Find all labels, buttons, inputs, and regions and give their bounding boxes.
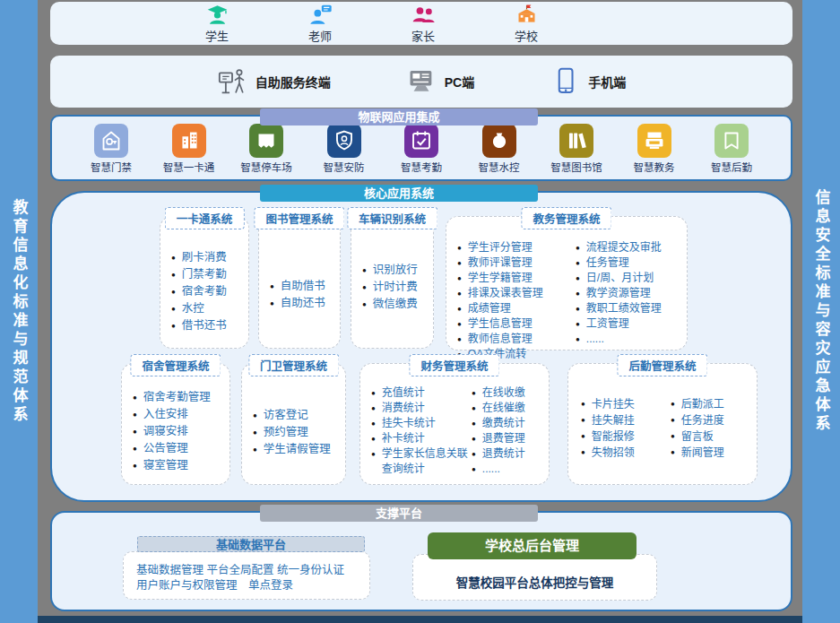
user-label: 老师 xyxy=(292,27,348,44)
attendance-calendar-icon xyxy=(404,124,438,158)
iot-label: 智慧水控 xyxy=(465,160,533,174)
system-item: 访客登记 xyxy=(253,407,342,424)
system-item: 教学资源管理 xyxy=(576,286,662,301)
support-banner: 支撑平台 xyxy=(260,505,538,522)
student-icon xyxy=(205,3,229,27)
system-item: 留言板 xyxy=(671,428,724,445)
academic-device-icon xyxy=(637,124,671,158)
user-label: 学生 xyxy=(189,27,245,44)
iot-label: 智慧门禁 xyxy=(77,160,145,174)
system-item-list: 自助借书自助还书 xyxy=(270,278,336,312)
system-item: 学生家长信息关联查询统计 xyxy=(371,446,472,477)
system-item: 教职工绩效管理 xyxy=(576,301,662,316)
system-item: 在线收缴 xyxy=(472,385,525,401)
iot-label: 智慧一卡通 xyxy=(155,160,223,174)
system-item: 调寝安排 xyxy=(133,423,226,440)
system-item-list: 访客登记预约管理学生请假管理 xyxy=(253,407,342,458)
system-item: 任务管理 xyxy=(576,255,662,271)
base-platform-line: 基础数据管理 平台全局配置 统一身份认证 xyxy=(136,563,369,578)
system-item: 预约管理 xyxy=(253,424,342,441)
system-item: 自助还书 xyxy=(270,295,336,312)
system-item: 后勤派工 xyxy=(671,396,724,412)
system-title: 一卡通系统 xyxy=(165,207,245,229)
iot-label: 智慧考勤 xyxy=(387,160,455,174)
system-item: ...... xyxy=(472,462,525,477)
iot-item-attendance: 智慧考勤 xyxy=(387,124,455,174)
iot-label: 智慧教务 xyxy=(620,160,688,174)
system-item: 入住安排 xyxy=(133,406,226,423)
system-item: 卡片挂失 xyxy=(581,396,671,412)
iot-item-parking: 智慧停车场 xyxy=(232,124,300,174)
system-item: 水控 xyxy=(171,300,245,317)
system-item: 补卡统计 xyxy=(371,431,472,446)
system-item: 借书还书 xyxy=(171,317,245,334)
user-item-parents: 家长 xyxy=(395,3,451,44)
pc-icon xyxy=(406,66,437,97)
one-card-icon xyxy=(172,124,206,158)
system-item: 挂失解挂 xyxy=(581,412,671,428)
terminal-item-kiosk: 自助服务终端 xyxy=(217,66,331,97)
system-item-list: 流程提交及审批任务管理日/周、月计划教学资源管理教职工绩效管理工资管理.....… xyxy=(576,240,662,362)
system-item: 寝室管理 xyxy=(133,457,226,474)
parents-icon xyxy=(411,3,436,27)
system-item: 流程提交及审批 xyxy=(576,240,662,255)
system-item: 学生学籍管理 xyxy=(457,271,576,286)
system-title: 图书管理系统 xyxy=(254,207,344,229)
system-card-dormitory: 宿舍管理系统 宿舍考勤管理入住安排调寝安排公告管理寝室管理 xyxy=(121,363,230,485)
school-icon xyxy=(515,3,539,27)
logistics-flag-icon xyxy=(714,124,749,158)
system-title: 门卫管理系统 xyxy=(248,354,339,376)
iot-banner: 物联网应用集成 xyxy=(260,108,538,125)
kiosk-icon xyxy=(217,66,247,97)
system-item: ...... xyxy=(576,332,662,347)
system-item: 学生评分管理 xyxy=(457,240,576,255)
system-item: 消费统计 xyxy=(371,401,472,416)
iot-item-security: 智慧安防 xyxy=(310,124,378,174)
system-item-list: 刷卡消费门禁考勤宿舍考勤水控借书还书 xyxy=(171,249,245,334)
system-title: 宿舍管理系统 xyxy=(130,354,221,376)
right-rail: 信息安全标准与容灾应急体系 xyxy=(802,0,840,623)
system-card-gatekeeper: 门卫管理系统 访客登记预约管理学生请假管理 xyxy=(241,363,346,485)
user-label: 家长 xyxy=(395,27,451,44)
iot-label: 智慧图书馆 xyxy=(542,160,611,174)
system-item: 排课及课表管理 xyxy=(457,286,576,301)
security-shield-icon xyxy=(327,124,361,158)
iot-item-logistics: 智慧后勤 xyxy=(697,124,766,174)
system-title: 后勤管理系统 xyxy=(617,354,707,376)
system-title: 财务管理系统 xyxy=(409,354,499,376)
system-item: 挂失卡统计 xyxy=(371,416,472,431)
system-item: 门禁考勤 xyxy=(171,266,245,283)
system-item: 任务进度 xyxy=(671,412,724,428)
system-item: 公告管理 xyxy=(133,440,226,457)
system-item: 日/周、月计划 xyxy=(576,271,662,286)
system-item-list: 充值统计消费统计挂失卡统计补卡统计学生家长信息关联查询统计 xyxy=(371,385,472,477)
school-admin-desc: 智慧校园平台总体把控与管理 xyxy=(456,576,614,590)
system-item: 退费统计 xyxy=(472,446,525,462)
system-card-onecard: 一卡通系统 刷卡消费门禁考勤宿舍考勤水控借书还书 xyxy=(160,216,249,349)
water-control-icon xyxy=(482,124,516,158)
system-item-list: 宿舍考勤管理入住安排调寝安排公告管理寝室管理 xyxy=(133,389,226,474)
library-books-icon xyxy=(559,124,593,158)
iot-label: 智慧安防 xyxy=(310,160,378,174)
bottom-strip xyxy=(38,616,802,623)
right-rail-label: 信息安全标准与容灾应急体系 xyxy=(810,189,833,434)
system-card-vehicle: 车辆识别系统 识别放行计时计费微信缴费 xyxy=(351,216,434,349)
system-item: 自助借书 xyxy=(270,278,336,295)
base-platform-line: 用户账户与权限管理 单点登录 xyxy=(136,578,369,593)
system-item: 智能报修 xyxy=(581,428,671,445)
iot-item-one-card: 智慧一卡通 xyxy=(155,124,223,174)
terminal-label: 自助服务终端 xyxy=(255,73,331,91)
system-title: 教务管理系统 xyxy=(521,207,611,229)
terminal-item-pc: PC端 xyxy=(406,66,474,97)
left-rail-label: 教育信息化标准与规范体系 xyxy=(8,199,30,425)
system-item: 缴费统计 xyxy=(472,416,525,431)
system-item: 宿舍考勤管理 xyxy=(133,389,226,406)
system-item: 充值统计 xyxy=(371,385,472,401)
door-access-icon xyxy=(94,124,128,158)
system-item: 失物招领 xyxy=(581,445,671,461)
system-item: 新闻管理 xyxy=(671,445,724,461)
iot-item-academic: 智慧教务 xyxy=(620,124,688,174)
system-card-academic-affairs: 教务管理系统 学生评分管理教师评课管理学生学籍管理排课及课表管理成绩管理学生信息… xyxy=(446,216,688,350)
school-admin-body: 智慧校园平台总体把控与管理 xyxy=(412,554,657,601)
teacher-icon xyxy=(308,3,333,27)
